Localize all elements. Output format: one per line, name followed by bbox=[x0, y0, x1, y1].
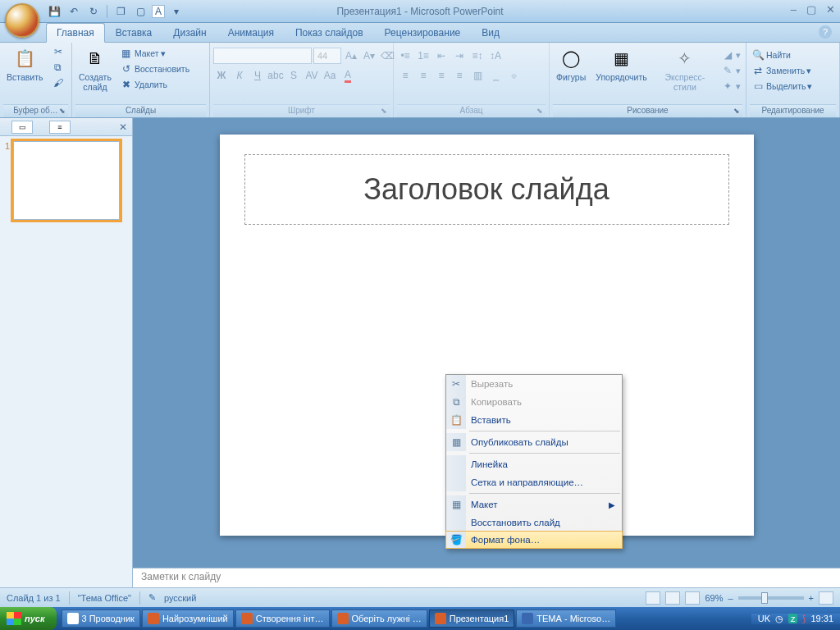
ctx-paste[interactable]: 📋Вставить bbox=[446, 411, 622, 429]
shapes-button[interactable]: ◯Фигуры bbox=[553, 44, 589, 84]
notes-pane[interactable]: Заметки к слайду bbox=[133, 568, 840, 587]
tray-icon[interactable]: z bbox=[788, 614, 798, 623]
dialog-launcher-icon[interactable]: ⬊ bbox=[380, 107, 388, 115]
font-size-input[interactable] bbox=[313, 48, 341, 64]
help-button[interactable]: ? bbox=[819, 25, 832, 39]
strike-button[interactable]: abc bbox=[267, 67, 284, 84]
clear-format-icon[interactable]: ⌫ bbox=[379, 48, 395, 64]
zoom-slider[interactable] bbox=[738, 596, 804, 600]
reset-button[interactable]: ↺Восстановить bbox=[118, 62, 191, 76]
tab-slideshow[interactable]: Показ слайдов bbox=[285, 23, 374, 42]
task-explorer[interactable]: 3 Проводник bbox=[62, 609, 140, 628]
new-doc-icon[interactable]: ❐ bbox=[112, 3, 129, 20]
zoom-out-button[interactable]: – bbox=[728, 593, 733, 603]
format-painter-button[interactable]: 🖌 bbox=[50, 75, 66, 90]
title-placeholder[interactable]: Заголовок слайда bbox=[244, 154, 729, 225]
close-button[interactable]: ✕ bbox=[826, 3, 835, 16]
paste-button[interactable]: 📋 Вставить bbox=[3, 44, 47, 84]
arrange-button[interactable]: ▦Упорядочить bbox=[592, 44, 650, 84]
status-language[interactable]: русский bbox=[164, 593, 196, 603]
sorter-view-button[interactable] bbox=[665, 591, 680, 605]
ctx-ruler[interactable]: Линейка bbox=[446, 455, 622, 473]
spell-icon[interactable]: ✎ bbox=[148, 592, 156, 603]
tab-animation[interactable]: Анимация bbox=[217, 23, 285, 42]
layout-button[interactable]: ▦Макет ▾ bbox=[118, 46, 191, 61]
panel-close-icon[interactable]: ✕ bbox=[119, 121, 127, 133]
indent-dec-button[interactable]: ⇤ bbox=[433, 48, 450, 64]
task-item[interactable]: Створення інт… bbox=[235, 609, 330, 628]
tab-home[interactable]: Главная bbox=[46, 23, 105, 43]
tab-design[interactable]: Дизайн bbox=[162, 23, 217, 42]
dialog-launcher-icon[interactable]: ⬊ bbox=[58, 107, 66, 115]
task-item[interactable]: ТЕМА - Microso… bbox=[516, 609, 616, 628]
shape-outline-button[interactable]: ✎▾ bbox=[719, 63, 742, 78]
outline-tab[interactable]: ≡ bbox=[49, 121, 71, 134]
office-button[interactable] bbox=[5, 3, 39, 38]
align-center-button[interactable]: ≡ bbox=[415, 67, 431, 84]
replace-button[interactable]: ⇄Заменить ▾ bbox=[750, 63, 814, 78]
case-button[interactable]: Aa bbox=[322, 67, 338, 84]
justify-button[interactable]: ≡ bbox=[451, 67, 468, 84]
shape-fill-button[interactable]: ◢▾ bbox=[719, 48, 742, 62]
qat-customize-icon[interactable]: ▾ bbox=[168, 3, 185, 20]
underline-button[interactable]: Ч bbox=[249, 67, 266, 84]
language-indicator[interactable]: UK bbox=[758, 614, 770, 623]
start-button[interactable]: пуск bbox=[0, 607, 57, 630]
quick-styles-button[interactable]: ✧Экспресс-стили bbox=[654, 44, 716, 94]
normal-view-button[interactable] bbox=[646, 591, 660, 605]
copy-button[interactable]: ⧉ bbox=[50, 60, 66, 75]
open-icon[interactable]: ▢ bbox=[132, 3, 148, 20]
find-button[interactable]: 🔍Найти bbox=[750, 48, 814, 62]
italic-button[interactable]: К bbox=[231, 67, 248, 84]
task-item-active[interactable]: Презентация1 bbox=[429, 609, 515, 628]
ctx-grid[interactable]: Сетка и направляющие… bbox=[446, 473, 622, 491]
task-item[interactable]: Оберіть лужні … bbox=[331, 609, 427, 628]
shrink-font-icon[interactable]: A▾ bbox=[361, 48, 377, 64]
save-icon[interactable]: 💾 bbox=[46, 3, 62, 20]
align-right-button[interactable]: ≡ bbox=[433, 67, 450, 84]
tab-insert[interactable]: Вставка bbox=[105, 23, 163, 42]
clock[interactable]: 19:31 bbox=[810, 614, 833, 623]
cut-button[interactable]: ✂ bbox=[50, 44, 66, 59]
tray-icon[interactable]: ◷ bbox=[775, 614, 783, 624]
columns-button[interactable]: ▥ bbox=[469, 67, 486, 84]
task-item[interactable]: Найрозумніший bbox=[142, 609, 234, 628]
zoom-in-button[interactable]: + bbox=[809, 593, 814, 603]
ctx-reset[interactable]: Восстановить слайд bbox=[446, 514, 622, 532]
line-spacing-button[interactable]: ≡↕ bbox=[469, 48, 486, 64]
grow-font-icon[interactable]: A▴ bbox=[343, 48, 359, 64]
fit-button[interactable] bbox=[819, 591, 833, 605]
dialog-launcher-icon[interactable]: ⬊ bbox=[536, 107, 544, 115]
text-direction-button[interactable]: ↕A bbox=[487, 48, 504, 64]
font-family-input[interactable] bbox=[213, 48, 312, 64]
dialog-launcher-icon[interactable]: ⬊ bbox=[733, 107, 741, 115]
shape-effects-button[interactable]: ✦▾ bbox=[719, 79, 742, 94]
spacing-button[interactable]: AV bbox=[304, 67, 320, 84]
select-button[interactable]: ▭Выделить ▾ bbox=[750, 79, 814, 94]
new-slide-button[interactable]: 🗎 Создать слайд bbox=[75, 44, 115, 94]
qat-a-button[interactable]: A bbox=[152, 5, 165, 18]
maximize-button[interactable]: ▢ bbox=[806, 3, 816, 16]
undo-icon[interactable]: ↶ bbox=[66, 3, 82, 20]
ctx-copy[interactable]: ⧉Копировать bbox=[446, 393, 622, 411]
align-text-button[interactable]: ⎯ bbox=[487, 67, 504, 84]
font-color-button[interactable]: A bbox=[340, 67, 356, 84]
bullets-button[interactable]: •≡ bbox=[397, 48, 413, 64]
ctx-layout[interactable]: ▦Макет▶ bbox=[446, 495, 622, 514]
redo-icon[interactable]: ↻ bbox=[85, 3, 102, 20]
delete-button[interactable]: ✖Удалить bbox=[118, 77, 191, 92]
ctx-format-background[interactable]: 🪣Формат фона… bbox=[445, 531, 623, 549]
smartart-button[interactable]: ⟐ bbox=[505, 67, 522, 84]
tray-icon[interactable]: ⟆ bbox=[802, 614, 806, 624]
thumbnail[interactable] bbox=[13, 141, 120, 220]
ctx-cut[interactable]: ✂Вырезать bbox=[446, 375, 622, 393]
align-left-button[interactable]: ≡ bbox=[397, 67, 413, 84]
minimize-button[interactable]: – bbox=[791, 3, 797, 16]
numbering-button[interactable]: 1≡ bbox=[415, 48, 431, 64]
shadow-button[interactable]: S bbox=[285, 67, 302, 84]
slideshow-view-button[interactable] bbox=[685, 591, 700, 605]
bold-button[interactable]: Ж bbox=[213, 67, 230, 84]
tab-view[interactable]: Вид bbox=[471, 23, 510, 42]
zoom-value[interactable]: 69% bbox=[705, 593, 723, 603]
ctx-publish[interactable]: ▦Опубликовать слайды bbox=[446, 433, 622, 451]
